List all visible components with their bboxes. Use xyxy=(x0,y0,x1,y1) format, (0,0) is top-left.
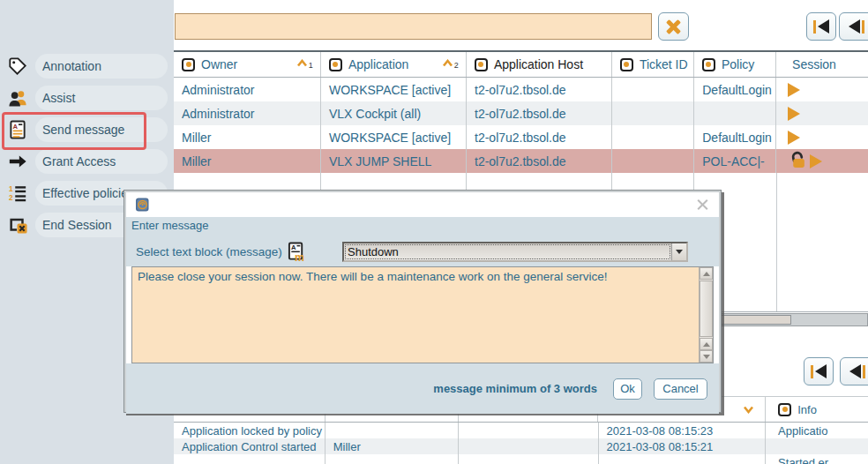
column-label: Session xyxy=(792,57,836,71)
column-header-session[interactable]: Session xyxy=(776,52,868,77)
dialog-app-icon xyxy=(135,197,151,213)
first-page-icon xyxy=(811,364,827,378)
prev-page-icon xyxy=(849,364,865,378)
cell-timestamp: 2021-03-08 08:15:23 xyxy=(599,423,767,438)
cell-user xyxy=(326,454,459,464)
sidebar-item-label: End Session xyxy=(35,218,112,232)
cell-application-host: t2-ol7u2.tbsol.de xyxy=(467,78,612,101)
cell-info: Started er xyxy=(766,454,868,464)
sidebar-item-grant-access[interactable]: Grant Access xyxy=(0,149,174,174)
select-text-block-label: Select text block (message) xyxy=(126,245,282,258)
cell-application-host: t2-ol7u2.tbsol.de xyxy=(467,149,612,173)
cell-application: VLX JUMP SHELL xyxy=(321,149,467,173)
arrow-right-icon xyxy=(7,151,28,172)
cell-ticket-id xyxy=(612,149,694,173)
sidebar-item-label: Send message xyxy=(35,123,124,137)
scroll-up-button[interactable] xyxy=(700,267,713,280)
column-header-ticket-id[interactable]: Ticket ID xyxy=(612,52,694,77)
dialog-close-icon[interactable] xyxy=(697,199,708,211)
play-session-icon[interactable] xyxy=(788,107,800,121)
prev-page-button-bottom[interactable] xyxy=(840,357,868,385)
cell-owner: Miller xyxy=(174,125,321,149)
text-block-icon: Am xyxy=(288,242,306,262)
session-row[interactable]: Administrator WORKSPACE [active] t2-ol7u… xyxy=(174,78,868,101)
message-minimum-hint: message minimum of 3 words xyxy=(433,382,597,395)
cell-event xyxy=(174,454,326,464)
sidebar-item-label: Annotation xyxy=(35,59,101,73)
message-text: Please close your session now. There wil… xyxy=(132,267,699,363)
sidebar-item-label: Grant Access xyxy=(35,154,116,168)
filter-icon xyxy=(620,58,633,71)
column-header-application[interactable]: Application 2 xyxy=(321,52,467,77)
svg-text:m: m xyxy=(295,251,304,262)
cell-application: VLX Cockpit (all) xyxy=(321,101,467,125)
cell-event: Application locked by policy xyxy=(174,423,326,438)
session-row[interactable]: Miller WORKSPACE [active] t2-ol7u2.tbsol… xyxy=(174,125,868,149)
cell-user xyxy=(326,423,459,438)
column-label: Info xyxy=(797,403,817,416)
first-page-icon xyxy=(813,19,829,34)
cell-extra xyxy=(459,438,599,454)
sidebar-item-assist[interactable]: Assist xyxy=(0,86,174,110)
cell-info xyxy=(766,438,868,454)
column-header-info[interactable]: Info xyxy=(766,397,868,422)
filter-icon xyxy=(702,58,715,71)
log-row[interactable]: Application Control started Miller 2021-… xyxy=(174,438,868,454)
svg-text:A: A xyxy=(291,243,296,251)
app-root: { "colors": { "accent_orange": "#e2992b"… xyxy=(0,0,868,464)
column-label: Application xyxy=(348,57,409,71)
lock-icon xyxy=(789,151,807,171)
filter-input[interactable] xyxy=(175,13,652,40)
cell-policy: DefaultLogin xyxy=(694,78,776,101)
play-session-icon[interactable] xyxy=(810,154,822,168)
column-header-application-host[interactable]: Application Host xyxy=(467,52,612,77)
cell-session xyxy=(776,101,868,125)
tag-icon xyxy=(7,56,28,77)
sidebar-pill: Annotation xyxy=(35,54,168,79)
scrollbar-thumb[interactable] xyxy=(700,281,713,337)
cell-info: Applicatio xyxy=(766,423,868,438)
scroll-up-button-bottom[interactable] xyxy=(700,338,713,350)
first-page-button-top[interactable] xyxy=(806,12,836,41)
svg-text:1: 1 xyxy=(9,185,13,193)
dialog-titlebar[interactable] xyxy=(126,192,719,217)
scroll-down-button[interactable] xyxy=(700,350,713,363)
clear-filter-button[interactable] xyxy=(658,12,689,41)
dialog-message-area: Please close your session now. There wil… xyxy=(126,266,719,363)
cell-policy: DefaultLogin xyxy=(694,125,776,149)
column-label: Ticket ID xyxy=(640,57,688,71)
cell-session xyxy=(776,78,868,101)
cell-policy xyxy=(694,101,776,125)
textarea-scrollbar[interactable] xyxy=(699,267,713,363)
prev-page-button-top[interactable] xyxy=(839,12,868,41)
log-row[interactable]: Started er xyxy=(174,454,868,464)
select-dropdown-button[interactable] xyxy=(671,243,686,260)
cell-user: Miller xyxy=(326,438,459,454)
sort-asc-indicator: 2 xyxy=(442,59,466,70)
cell-application: WORKSPACE [active] xyxy=(321,125,467,149)
text-block-select[interactable]: Shutdown xyxy=(342,242,688,262)
sidebar-item-annotation[interactable]: Annotation xyxy=(0,54,174,79)
log-row[interactable]: Application locked by policy 2021-03-08 … xyxy=(174,423,868,438)
cancel-button[interactable]: Cancel xyxy=(654,378,707,400)
play-session-icon[interactable] xyxy=(788,83,800,97)
sidebar-item-send-message[interactable]: A Send message xyxy=(0,117,174,142)
first-page-button-bottom[interactable] xyxy=(804,357,834,385)
column-label: Policy xyxy=(722,57,754,71)
column-label: Application Host xyxy=(494,57,583,71)
cell-owner: Administrator xyxy=(174,78,321,101)
cell-application-host: t2-ol7u2.tbsol.de xyxy=(467,125,612,149)
column-header-owner[interactable]: Owner 1 xyxy=(174,52,321,77)
assist-people-icon xyxy=(7,87,28,109)
message-textarea[interactable]: Please close your session now. There wil… xyxy=(131,266,714,363)
dialog-header-label: Enter message xyxy=(126,217,719,236)
column-header-policy[interactable]: Policy xyxy=(694,52,776,77)
play-session-icon[interactable] xyxy=(788,131,800,145)
session-row[interactable]: Administrator VLX Cockpit (all) t2-ol7u2… xyxy=(174,101,868,125)
send-message-icon: A xyxy=(7,119,28,140)
ok-button[interactable]: Ok xyxy=(613,378,642,400)
cell-extra xyxy=(459,423,599,438)
filter-icon xyxy=(475,58,488,71)
filter-icon xyxy=(778,403,791,416)
session-row-selected[interactable]: Miller VLX JUMP SHELL t2-ol7u2.tbsol.de … xyxy=(174,149,868,173)
